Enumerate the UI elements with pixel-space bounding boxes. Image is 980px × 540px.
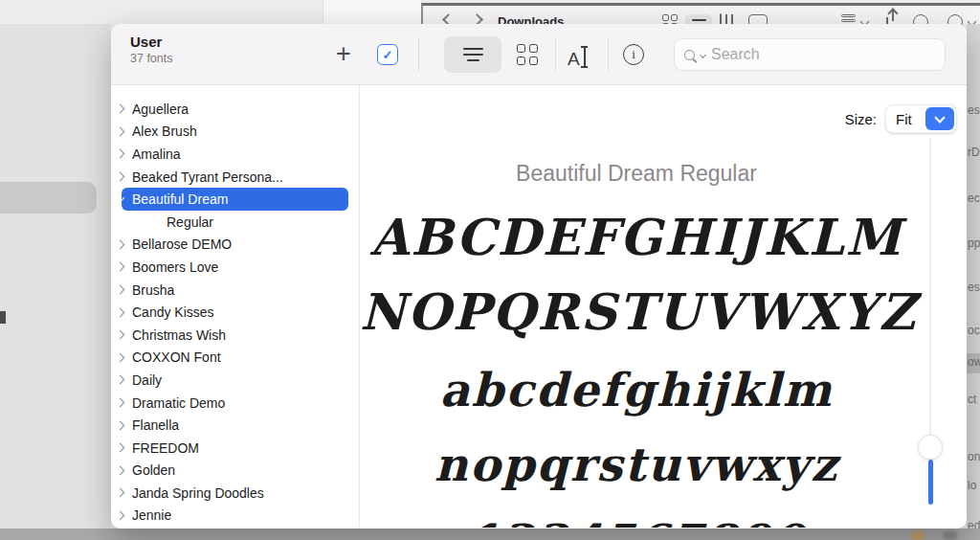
size-value: Fit xyxy=(886,111,912,127)
library-font-count: 37 fonts xyxy=(130,52,172,65)
sidebar-item[interactable]: Beaked Tyrant Persona... xyxy=(111,166,359,189)
font-book-window: User 37 fonts + ✓ A i Aguellera Alex Bru… xyxy=(111,24,967,529)
sidebar-item[interactable]: Christmas Wish xyxy=(111,324,359,347)
select-checkbox-icon[interactable]: ✓ xyxy=(377,44,398,65)
background-left-window xyxy=(0,24,111,529)
slider-track[interactable] xyxy=(929,138,931,447)
chevron-right-icon[interactable] xyxy=(116,352,125,362)
list-view-button[interactable] xyxy=(444,36,501,73)
chevron-down-icon xyxy=(934,112,945,123)
sidebar-item[interactable]: Brusha xyxy=(111,279,359,302)
sidebar-item[interactable]: COXXON Font xyxy=(111,347,359,370)
add-font-button[interactable]: + xyxy=(329,37,358,70)
toolbar-divider xyxy=(555,38,556,71)
blurred-search-icon xyxy=(944,531,957,540)
file-fragment: ec xyxy=(968,191,980,205)
slider-fill xyxy=(928,460,933,505)
preview-font-title: Beautiful Dream Regular xyxy=(360,161,913,187)
font-preview-pane: Size: Fit Beautiful Dream Regular ABCDEF… xyxy=(360,85,967,528)
blurred-folder-icon xyxy=(911,531,924,540)
info-button[interactable]: i xyxy=(623,44,644,65)
chevron-right-icon[interactable] xyxy=(116,262,125,272)
size-slider[interactable] xyxy=(924,85,936,528)
file-fragment: ct xyxy=(968,393,976,406)
glyph-line-uppercase-1: ABCDEFGHIJKLM xyxy=(360,208,913,266)
size-control: Size: Fit xyxy=(845,104,957,133)
library-name: User xyxy=(130,34,172,50)
sidebar-item-selected[interactable]: Beautiful Dream xyxy=(122,188,348,211)
grid-view-button[interactable] xyxy=(517,44,538,65)
glyph-line-lowercase-2: nopqrstuvwxyz xyxy=(360,438,913,491)
glyph-line-numerals: 1234567890 xyxy=(360,514,913,528)
chevron-right-icon[interactable] xyxy=(116,511,125,521)
search-field[interactable] xyxy=(674,38,946,71)
background-window-edge xyxy=(323,0,421,24)
library-header: User 37 fonts xyxy=(130,34,172,65)
chevron-right-icon[interactable] xyxy=(116,465,125,475)
sidebar-item[interactable]: Janda Spring Doodles xyxy=(111,482,359,505)
search-icon xyxy=(684,50,695,60)
sidebar-item[interactable]: Amalina xyxy=(111,143,359,166)
chevron-right-icon[interactable] xyxy=(116,104,125,114)
chevron-right-icon[interactable] xyxy=(116,126,125,136)
chevron-right-icon[interactable] xyxy=(116,488,125,498)
sample-text-button[interactable]: A xyxy=(568,43,586,68)
file-fragment: on xyxy=(968,450,980,463)
sidebar-item[interactable]: Bellarose DEMO xyxy=(111,234,359,257)
sidebar-item[interactable]: Alex Brush xyxy=(111,121,359,144)
glyph-line-lowercase-1: abcdefghijklm xyxy=(360,363,913,416)
sidebar-item[interactable]: Daily xyxy=(111,369,359,392)
file-fragment: pp xyxy=(968,236,980,250)
sidebar-item[interactable]: Flanella xyxy=(111,414,359,437)
sidebar-item[interactable]: Boomers Love xyxy=(111,256,359,279)
chevron-right-icon[interactable] xyxy=(116,239,125,249)
chevron-down-icon[interactable] xyxy=(116,193,125,203)
background-list-chip xyxy=(0,311,6,324)
sidebar-item[interactable]: Golden xyxy=(111,460,359,483)
chevron-right-icon[interactable] xyxy=(116,172,125,182)
chevron-right-icon[interactable] xyxy=(116,285,125,295)
sidebar-item[interactable]: Candy Kisses xyxy=(111,301,359,324)
size-dropdown[interactable]: Fit xyxy=(885,104,957,133)
toolbar-divider xyxy=(418,38,419,71)
file-fragment: es xyxy=(968,281,980,294)
text-cursor-icon xyxy=(584,46,586,68)
sidebar-item[interactable]: Jennie xyxy=(111,505,359,528)
chevron-right-icon[interactable] xyxy=(116,330,125,340)
sidebar-item[interactable]: Dramatic Demo xyxy=(111,392,359,415)
search-scope-chevron-icon[interactable] xyxy=(700,51,706,57)
file-fragment: es xyxy=(968,103,980,117)
sidebar-item[interactable]: FREEDOM xyxy=(111,437,359,460)
finder-window-toolbar: Downloads xyxy=(421,3,980,24)
chevron-right-icon[interactable] xyxy=(116,375,125,385)
background-bottom-strip xyxy=(0,529,980,540)
file-fragment: ow xyxy=(968,355,980,369)
chevron-right-icon[interactable] xyxy=(116,398,125,408)
background-pill-button[interactable] xyxy=(0,182,97,214)
file-fragment: lo xyxy=(968,479,976,492)
size-label: Size: xyxy=(845,111,877,127)
chevron-right-icon[interactable] xyxy=(116,149,125,159)
file-fragment: ed xyxy=(968,519,980,529)
chevron-right-icon[interactable] xyxy=(116,420,125,430)
sidebar-item[interactable]: Aguellera xyxy=(111,98,359,121)
file-fragment: oc xyxy=(968,324,980,337)
sidebar-item-face[interactable]: Regular xyxy=(111,211,359,234)
chevron-right-icon[interactable] xyxy=(116,307,125,317)
font-list-sidebar: Aguellera Alex Brush Amalina Beaked Tyra… xyxy=(111,85,360,528)
sample-a-glyph: A xyxy=(568,50,580,68)
slider-knob[interactable] xyxy=(918,435,943,460)
glyph-line-uppercase-2: NOPQRSTUVWXYZ xyxy=(360,282,913,341)
chevron-right-icon[interactable] xyxy=(116,443,125,453)
search-input[interactable] xyxy=(711,46,935,63)
toolbar-divider xyxy=(608,38,609,71)
font-book-toolbar: User 37 fonts + ✓ A i xyxy=(111,24,967,85)
background-file-list-sliver: es rD ec pp es oc ow ct on lo ed xyxy=(967,24,980,529)
file-fragment: rD xyxy=(968,146,980,159)
